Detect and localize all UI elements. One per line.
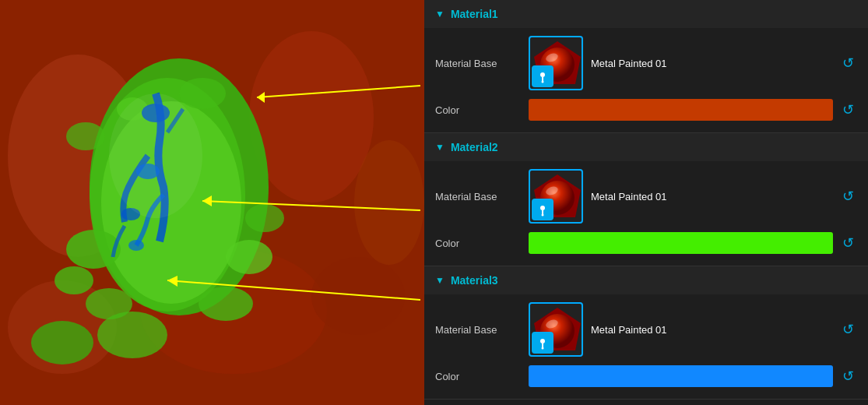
material3-name: Metal Painted 01 xyxy=(591,324,833,336)
material3-header[interactable]: ▼ Material3 xyxy=(424,266,868,294)
svg-point-6 xyxy=(354,140,424,265)
material1-base-row: Material Base xyxy=(435,36,857,90)
svg-point-15 xyxy=(199,287,253,321)
svg-point-14 xyxy=(97,312,167,358)
svg-point-17 xyxy=(245,204,284,232)
svg-point-13 xyxy=(31,321,93,364)
material2-color-reset-button[interactable]: ↺ xyxy=(839,231,857,255)
material1-base-label: Material Base xyxy=(435,58,529,69)
material2-thumbnail[interactable] xyxy=(529,169,583,224)
material2-color-row: Color ↺ xyxy=(435,231,857,255)
svg-point-47 xyxy=(540,339,545,343)
material2-pin-button[interactable] xyxy=(532,199,553,220)
svg-point-25 xyxy=(109,93,202,218)
svg-point-37 xyxy=(542,81,544,83)
svg-point-24 xyxy=(128,240,144,251)
material1-section: ▼ Material1 Material Base xyxy=(424,0,868,133)
material1-header[interactable]: ▼ Material1 xyxy=(424,0,868,28)
svg-point-18 xyxy=(66,122,105,150)
svg-point-35 xyxy=(540,72,545,77)
material3-color-swatch[interactable] xyxy=(529,365,833,387)
properties-panel: ▼ Material1 Material Base xyxy=(424,0,868,405)
material3-title: Material3 xyxy=(451,274,498,287)
material1-body: Material Base xyxy=(424,28,868,132)
svg-point-11 xyxy=(54,266,93,294)
material3-section: ▼ Material3 Material Base xyxy=(424,266,868,400)
material2-section: ▼ Material2 Material Base xyxy=(424,133,868,266)
material1-title: Material1 xyxy=(451,8,498,20)
material2-reset-button[interactable]: ↺ xyxy=(839,185,857,208)
material1-thumbnail[interactable] xyxy=(529,36,583,90)
svg-point-49 xyxy=(542,347,544,350)
material1-color-reset-button[interactable]: ↺ xyxy=(839,98,857,122)
material3-collapse-arrow: ▼ xyxy=(435,275,445,286)
material2-name: Metal Painted 01 xyxy=(591,191,833,202)
material3-thumbnail[interactable] xyxy=(529,302,583,357)
svg-rect-48 xyxy=(542,343,543,347)
material1-color-label: Color xyxy=(435,104,529,116)
svg-point-5 xyxy=(311,257,405,335)
svg-point-16 xyxy=(226,240,272,274)
material2-color-swatch[interactable] xyxy=(529,232,833,254)
material2-collapse-arrow: ▼ xyxy=(435,142,445,153)
material2-body: Material Base xyxy=(424,161,868,266)
material3-pin-button[interactable] xyxy=(532,332,553,354)
material1-color-row: Color ↺ xyxy=(435,98,857,122)
material3-body: Material Base xyxy=(424,294,868,399)
material3-base-label: Material Base xyxy=(435,324,529,336)
material3-color-reset-button[interactable]: ↺ xyxy=(839,364,857,388)
material1-color-swatch[interactable] xyxy=(529,99,833,121)
material2-preview-wrapper: Metal Painted 01 ↺ xyxy=(529,169,857,224)
material3-color-label: Color xyxy=(435,371,529,382)
material2-base-label: Material Base xyxy=(435,191,529,202)
material1-pin-button[interactable] xyxy=(532,65,553,87)
material2-color-label: Color xyxy=(435,238,529,249)
material2-base-row: Material Base xyxy=(435,169,857,224)
material3-base-row: Material Base xyxy=(435,302,857,357)
material3-color-row: Color ↺ xyxy=(435,364,857,388)
material1-name: Metal Painted 01 xyxy=(591,58,833,69)
material3-reset-button[interactable]: ↺ xyxy=(839,318,857,341)
material1-collapse-arrow: ▼ xyxy=(435,9,445,19)
svg-point-20 xyxy=(179,78,226,109)
svg-point-41 xyxy=(540,206,545,210)
material1-reset-button[interactable]: ↺ xyxy=(839,51,857,75)
material1-preview-wrapper: Metal Painted 01 ↺ xyxy=(529,36,857,90)
svg-rect-42 xyxy=(542,210,543,214)
material2-title: Material2 xyxy=(451,141,498,153)
svg-point-43 xyxy=(542,214,544,217)
material3-preview-wrapper: Metal Painted 01 ↺ xyxy=(529,302,857,357)
viewport xyxy=(0,0,424,405)
material2-header[interactable]: ▼ Material2 xyxy=(424,133,868,161)
svg-rect-36 xyxy=(542,77,543,81)
